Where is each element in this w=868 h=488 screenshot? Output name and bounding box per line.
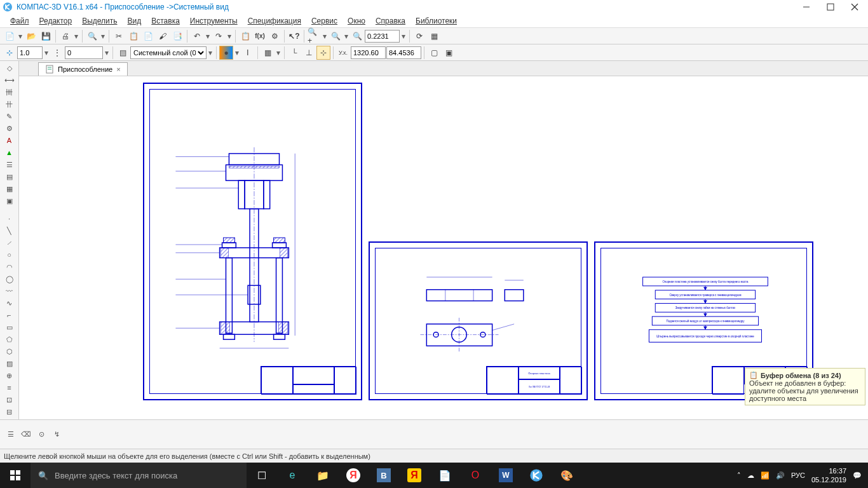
tray-clock[interactable]: 16:37 05.12.2019 — [811, 466, 846, 485]
prop-apply-icon[interactable]: ☰ — [4, 429, 18, 440]
views2-button[interactable]: ▣ — [442, 46, 456, 60]
edit-icon[interactable]: ✎ — [3, 111, 17, 122]
prop-cancel-icon[interactable]: ⌫ — [19, 429, 33, 440]
paste-button[interactable]: 📄 — [141, 29, 155, 43]
hatch-icon[interactable]: ▨ — [3, 358, 17, 369]
tray-wifi-icon[interactable]: 📶 — [761, 471, 770, 480]
coord-y-input[interactable] — [386, 46, 421, 59]
coord-mode-button[interactable]: У.х. — [336, 46, 350, 60]
line-icon[interactable]: ╲ — [3, 225, 17, 236]
menu-file[interactable]: Файл — [5, 15, 34, 27]
taskview-icon[interactable]: ☐ — [247, 463, 277, 488]
axis-icon[interactable]: ⊕ — [3, 370, 17, 381]
format-painter-button[interactable]: 🖌 — [156, 29, 170, 43]
report-icon[interactable]: ▤ — [3, 171, 17, 182]
save-button[interactable]: 💾 — [39, 29, 53, 43]
fx-button[interactable]: f(x) — [253, 29, 267, 43]
start-button[interactable] — [0, 463, 31, 488]
menu-view[interactable]: Вид — [123, 15, 147, 27]
layers-button[interactable]: ▦ — [427, 29, 441, 43]
tray-lang[interactable]: РУС — [791, 471, 805, 479]
cut-button[interactable]: ✂ — [112, 29, 126, 43]
point-icon[interactable]: · — [3, 213, 17, 224]
undo-button[interactable]: ↶ — [190, 29, 204, 43]
open-button[interactable]: 📂 — [24, 29, 38, 43]
taskbar-search[interactable]: 🔍 Введите здесь текст для поиска — [31, 463, 247, 488]
tray-notifications-icon[interactable]: 💬 — [853, 471, 862, 480]
print-button[interactable]: 🖨 — [58, 29, 72, 43]
snap2-button[interactable]: ⊹ — [316, 46, 330, 60]
spline-icon[interactable]: 〰 — [3, 285, 17, 297]
kompas-taskbar-icon[interactable] — [521, 463, 552, 488]
perp-button[interactable]: ⊥ — [302, 46, 316, 60]
paint-icon[interactable]: 🎨 — [552, 463, 582, 488]
zoom-value-input[interactable] — [365, 30, 400, 43]
linestyle-input[interactable] — [65, 46, 103, 59]
views-icon[interactable]: ▦ — [3, 183, 17, 194]
redraw-button[interactable]: ⟳ — [412, 29, 426, 43]
menu-help[interactable]: Справка — [370, 15, 410, 27]
maximize-button[interactable] — [825, 1, 836, 13]
end-button[interactable]: Ⅰ — [241, 46, 255, 60]
yandex2-icon[interactable]: Я — [399, 463, 430, 488]
zoom-in-button[interactable]: 🔍+ — [307, 29, 321, 43]
insert-icon[interactable]: ▣ — [3, 195, 17, 207]
opera-icon[interactable]: O — [460, 463, 491, 488]
edge-icon[interactable]: e — [277, 463, 308, 488]
spec-icon[interactable]: ☰ — [3, 159, 17, 170]
menu-service[interactable]: Сервис — [306, 15, 342, 27]
arc-icon[interactable]: ◠ — [3, 261, 17, 273]
text-icon[interactable]: 卄 — [3, 98, 17, 110]
zoom-scale-button[interactable]: 🔍 — [350, 29, 364, 43]
explorer-icon[interactable]: 📁 — [308, 463, 338, 488]
help-cursor-button[interactable]: ↖? — [287, 29, 301, 43]
properties-button[interactable]: 📑 — [170, 29, 184, 43]
fillet-icon[interactable]: ⌐ — [3, 309, 17, 321]
close-tab-icon[interactable]: × — [116, 65, 120, 73]
minimize-button[interactable] — [801, 1, 812, 13]
linestyle-button[interactable]: ⋮ — [50, 46, 64, 60]
collect-icon[interactable]: ⊡ — [3, 394, 17, 405]
menu-spec[interactable]: Спецификация — [243, 15, 306, 27]
spec-button[interactable]: 📋 — [238, 29, 252, 43]
menu-window[interactable]: Окно — [342, 15, 370, 27]
new-doc-dd[interactable]: ▾ — [17, 32, 24, 41]
views-button[interactable]: ▢ — [427, 46, 441, 60]
new-doc-button[interactable]: 📄 — [3, 29, 17, 43]
vk-icon[interactable]: В — [369, 463, 399, 488]
tray-cloud-icon[interactable]: ☁ — [747, 471, 754, 480]
equid-icon[interactable]: ≡ — [3, 382, 17, 393]
bezier-icon[interactable]: ∿ — [3, 297, 17, 309]
rect-icon[interactable]: ▭ — [3, 322, 17, 333]
color-button[interactable]: ● — [219, 46, 233, 60]
menu-select[interactable]: Выделить — [77, 15, 122, 27]
coord-x-input[interactable] — [351, 46, 386, 59]
zoom-fit-button[interactable]: 🔍 — [329, 29, 342, 43]
dims-icon[interactable]: ⟷ — [3, 74, 17, 86]
word-icon[interactable]: W — [491, 463, 521, 488]
menu-editor[interactable]: Редактор — [34, 15, 78, 27]
preview-button[interactable]: 🔍 — [85, 29, 99, 43]
param-icon[interactable]: ⚙ — [3, 123, 17, 134]
doc-icon[interactable]: 📄 — [430, 463, 460, 488]
vars-button[interactable]: ⚙ — [268, 29, 281, 43]
ortho-button[interactable]: └ — [287, 46, 301, 60]
measure-icon[interactable]: A — [3, 135, 17, 146]
layer-mgr-button[interactable]: ▤ — [116, 46, 130, 60]
redo-button[interactable]: ↷ — [212, 29, 226, 43]
snap-button[interactable]: ⊹ — [3, 46, 17, 60]
menu-libs[interactable]: Библиотеки — [410, 15, 462, 27]
close-button[interactable] — [849, 1, 860, 13]
select-icon[interactable]: ▲ — [3, 147, 17, 158]
copy-button[interactable]: 📋 — [126, 29, 140, 43]
linewidth-input[interactable] — [17, 46, 43, 59]
geometry-icon[interactable]: ◇ — [3, 62, 17, 74]
tray-volume-icon[interactable]: 🔊 — [776, 471, 785, 480]
break-icon[interactable]: ⊟ — [3, 406, 17, 417]
yandex-icon[interactable]: Я — [338, 463, 369, 488]
doc-tab-active[interactable]: Приспособление × — [38, 62, 128, 76]
aux-line-icon[interactable]: ⟋ — [3, 237, 17, 248]
prop-help-icon[interactable]: ⊙ — [34, 429, 48, 440]
prop-auto-icon[interactable]: ↯ — [50, 429, 64, 440]
ellipse-icon[interactable]: ◯ — [3, 273, 17, 285]
